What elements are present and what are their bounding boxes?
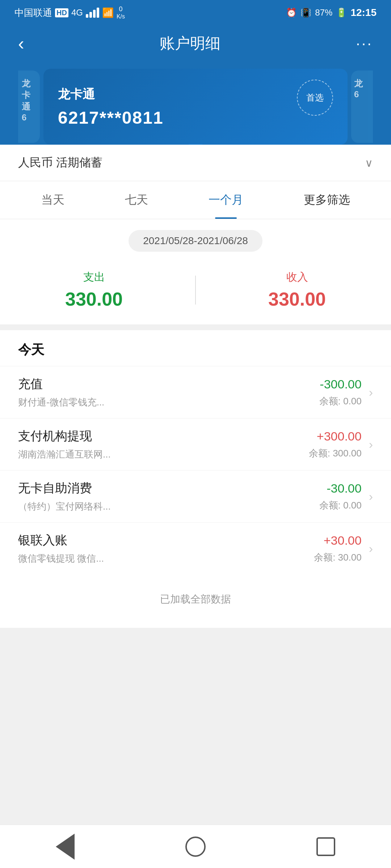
- transaction-title: 银联入账: [18, 532, 314, 549]
- transaction-amount: -300.00: [320, 377, 361, 391]
- tab-more-filter[interactable]: 更多筛选: [297, 181, 357, 219]
- network-gen: 4G: [71, 8, 83, 18]
- date-range-pill[interactable]: 2021/05/28-2021/06/28: [129, 230, 262, 252]
- more-button[interactable]: ···: [356, 35, 373, 52]
- tab-seven-days[interactable]: 七天: [118, 181, 155, 219]
- home-icon: [185, 837, 206, 857]
- nav-recent-button[interactable]: [315, 836, 337, 858]
- nav-back-button[interactable]: [54, 836, 76, 858]
- card-number: 6217***0811: [58, 108, 333, 128]
- transaction-subtitle: （特约）宝付网络科...: [18, 500, 319, 513]
- expense-summary: 支出 330.00: [0, 270, 188, 310]
- transaction-title: 充值: [18, 376, 319, 392]
- transaction-amount-section: -300.00 余额: 0.00: [319, 377, 362, 408]
- section-divider: [0, 324, 391, 330]
- transaction-title: 无卡自助消费: [18, 480, 319, 497]
- status-left: 中国联通 HD 4G 📶 0 K/s: [14, 5, 125, 20]
- expense-amount: 330.00: [65, 288, 123, 310]
- signal-icon: [86, 8, 99, 18]
- card-carousel: 龙卡通 6 龙卡通 6217***0811 首选 龙 6: [0, 61, 391, 145]
- section-date-header: 今天: [0, 330, 391, 366]
- transaction-item[interactable]: 无卡自助消费 （特约）宝付网络科... -30.00 余额: 0.00 ›: [0, 470, 391, 522]
- alarm-icon: ⏰: [286, 8, 297, 18]
- battery-icon: 🔋: [336, 8, 347, 18]
- tab-today[interactable]: 当天: [34, 181, 72, 219]
- back-button[interactable]: ‹: [18, 33, 24, 54]
- card-peek-left: 龙卡通 6: [18, 71, 40, 143]
- transaction-amount-section: +300.00 余额: 300.00: [309, 429, 362, 460]
- bottom-nav: [0, 825, 391, 868]
- transactions-section: 今天 充值 财付通-微信零钱充... -300.00 余额: 0.00 › 支付…: [0, 330, 391, 574]
- recent-icon: [316, 837, 335, 856]
- income-amount: 330.00: [268, 288, 326, 310]
- status-right: ⏰ 📳 87% 🔋 12:15: [286, 7, 377, 18]
- transaction-balance: 余额: 0.00: [319, 499, 362, 512]
- chevron-right-icon: ›: [369, 541, 373, 556]
- transaction-balance: 余额: 0.00: [319, 395, 362, 408]
- chevron-right-icon: ›: [369, 437, 373, 451]
- transaction-info: 支付机构提现 湖南浩瀚汇通互联网...: [18, 428, 309, 461]
- account-type-label: 人民币 活期储蓄: [18, 155, 102, 171]
- transaction-info: 无卡自助消费 （特约）宝付网络科...: [18, 480, 319, 513]
- transaction-amount-section: +30.00 余额: 30.00: [314, 533, 362, 564]
- chevron-down-icon: ∨: [365, 157, 373, 169]
- summary-divider: [195, 276, 196, 305]
- main-card[interactable]: 龙卡通 6217***0811 首选: [43, 69, 348, 145]
- card-peek-right: 龙 6: [351, 71, 373, 143]
- card-name: 龙卡通: [58, 86, 333, 103]
- chevron-right-icon: ›: [369, 489, 373, 503]
- nav-home-button[interactable]: [185, 836, 206, 858]
- load-more-label: 已加载全部数据: [0, 574, 391, 628]
- income-label: 收入: [286, 270, 308, 285]
- clock: 12:15: [350, 7, 377, 18]
- date-range-section: 2021/05/28-2021/06/28: [0, 219, 391, 263]
- transaction-info: 充值 财付通-微信零钱充...: [18, 376, 319, 409]
- header: ‹ 账户明细 ···: [0, 25, 391, 61]
- expense-label: 支出: [83, 270, 105, 285]
- peek-left-name: 龙卡通: [22, 78, 36, 112]
- transaction-subtitle: 湖南浩瀚汇通互联网...: [18, 448, 309, 461]
- back-icon: [56, 834, 75, 860]
- transaction-balance: 余额: 300.00: [309, 447, 362, 460]
- income-summary: 收入 330.00: [203, 270, 391, 310]
- summary-section: 支出 330.00 收入 330.00: [0, 263, 391, 324]
- date-range-text: 2021/05/28-2021/06/28: [143, 235, 248, 246]
- tab-one-month[interactable]: 一个月: [201, 181, 251, 219]
- carrier-label: 中国联通: [14, 7, 52, 19]
- network-hd: HD: [55, 8, 68, 17]
- card-arrow: [188, 144, 203, 145]
- transaction-subtitle: 微信零钱提现 微信...: [18, 552, 314, 565]
- peek-right-name: 龙: [354, 78, 370, 89]
- transaction-item[interactable]: 银联入账 微信零钱提现 微信... +30.00 余额: 30.00 ›: [0, 522, 391, 574]
- peek-right-number: 6: [354, 89, 370, 99]
- vibrate-icon: 📳: [300, 8, 311, 18]
- peek-left-number: 6: [22, 112, 36, 123]
- network-speed: 0 K/s: [117, 5, 125, 20]
- battery-level: 87%: [315, 8, 332, 18]
- transaction-amount: +300.00: [317, 429, 362, 443]
- transaction-balance: 余额: 30.00: [314, 551, 362, 564]
- wifi-icon: 📶: [102, 7, 114, 18]
- filter-tabs: 当天 七天 一个月 更多筛选: [0, 181, 391, 219]
- card-preferred-badge: 首选: [297, 80, 333, 116]
- transaction-amount-section: -30.00 余额: 0.00: [319, 481, 362, 512]
- transaction-info: 银联入账 微信零钱提现 微信...: [18, 532, 314, 565]
- transaction-item[interactable]: 支付机构提现 湖南浩瀚汇通互联网... +300.00 余额: 300.00 ›: [0, 418, 391, 470]
- transaction-title: 支付机构提现: [18, 428, 309, 444]
- status-bar: 中国联通 HD 4G 📶 0 K/s ⏰ 📳 87% 🔋 12:15: [0, 0, 391, 25]
- page-title: 账户明细: [160, 33, 220, 54]
- transaction-item[interactable]: 充值 财付通-微信零钱充... -300.00 余额: 0.00 ›: [0, 366, 391, 418]
- chevron-right-icon: ›: [369, 385, 373, 399]
- transaction-amount: +30.00: [324, 533, 362, 548]
- transaction-subtitle: 财付通-微信零钱充...: [18, 396, 319, 409]
- transaction-amount: -30.00: [327, 481, 361, 495]
- account-type-selector[interactable]: 人民币 活期储蓄 ∨: [0, 145, 391, 181]
